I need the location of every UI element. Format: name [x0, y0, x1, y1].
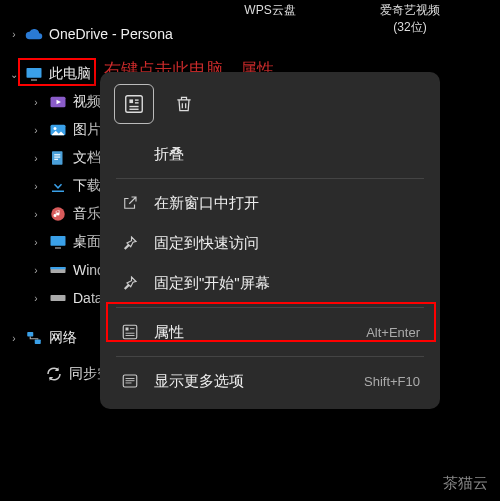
sidebar-item-label: 下载: [73, 177, 101, 195]
menu-item-properties[interactable]: 属性 Alt+Enter: [108, 312, 432, 352]
context-menu: 折叠 在新窗口中打开 固定到快速访问 固定到"开始"屏幕 属性 Alt+Ente…: [100, 72, 440, 409]
sidebar-item-label: 文档: [73, 149, 101, 167]
svg-rect-24: [129, 109, 138, 110]
svg-rect-6: [52, 151, 63, 165]
show-more-icon: [120, 371, 140, 391]
downloads-folder-icon: [49, 177, 67, 195]
chevron-right-icon[interactable]: ›: [31, 153, 41, 163]
desktop-folder-icon: [49, 233, 67, 251]
sidebar-item-label: 此电脑: [49, 65, 91, 83]
svg-rect-12: [51, 236, 66, 246]
menu-item-label: 在新窗口中打开: [154, 194, 420, 213]
chevron-right-icon[interactable]: ›: [9, 29, 19, 39]
drive-icon: [49, 289, 67, 307]
menu-item-label: 显示更多选项: [154, 372, 350, 391]
chevron-right-icon[interactable]: ›: [31, 181, 41, 191]
menu-item-pin-quick-access[interactable]: 固定到快速访问: [108, 223, 432, 263]
documents-folder-icon: [49, 149, 67, 167]
menu-item-pin-start[interactable]: 固定到"开始"屏幕: [108, 263, 432, 303]
desktop-icon-labels: WPS云盘 爱奇艺视频 (32位): [230, 2, 450, 36]
sidebar-item-label: 网络: [49, 329, 77, 347]
menu-item-collapse[interactable]: 折叠: [108, 134, 432, 174]
svg-rect-18: [35, 340, 41, 345]
blank-icon: [120, 144, 140, 164]
menu-item-open-new-window[interactable]: 在新窗口中打开: [108, 183, 432, 223]
delete-button[interactable]: [164, 84, 204, 124]
svg-rect-0: [27, 68, 42, 78]
svg-rect-7: [54, 154, 60, 155]
svg-rect-22: [135, 102, 139, 103]
chevron-right-icon[interactable]: ›: [31, 209, 41, 219]
watermark-text: 茶猫云: [443, 474, 488, 493]
chevron-right-icon[interactable]: ›: [31, 265, 41, 275]
svg-rect-16: [51, 295, 66, 301]
video-folder-icon: [49, 93, 67, 111]
menu-item-show-more[interactable]: 显示更多选项 Shift+F10: [108, 361, 432, 401]
pin-icon: [120, 273, 140, 293]
monitor-icon: [25, 65, 43, 83]
menu-item-label: 折叠: [154, 145, 420, 164]
svg-rect-31: [126, 378, 135, 379]
svg-rect-25: [123, 325, 137, 339]
menu-separator: [116, 307, 424, 308]
chevron-right-icon[interactable]: ›: [31, 293, 41, 303]
chevron-right-icon[interactable]: ›: [31, 97, 41, 107]
svg-rect-8: [54, 157, 60, 158]
pictures-folder-icon: [49, 121, 67, 139]
menu-separator: [116, 356, 424, 357]
network-icon: [25, 329, 43, 347]
music-folder-icon: [49, 205, 67, 223]
menu-item-shortcut: Alt+Enter: [366, 325, 420, 340]
properties-icon: [120, 322, 140, 342]
open-external-icon: [120, 193, 140, 213]
chevron-right-icon[interactable]: ›: [31, 237, 41, 247]
context-menu-toolbar: [108, 80, 432, 134]
svg-rect-9: [54, 159, 58, 160]
sidebar-item-onedrive[interactable]: › OneDrive - Persona: [5, 20, 205, 48]
svg-point-5: [54, 127, 57, 130]
svg-rect-13: [55, 247, 61, 249]
svg-rect-32: [126, 380, 135, 381]
svg-rect-26: [126, 328, 129, 331]
svg-rect-29: [126, 335, 135, 336]
sidebar-item-label: 桌面: [73, 233, 101, 251]
svg-rect-17: [27, 332, 33, 337]
sidebar-item-label: OneDrive - Persona: [49, 26, 173, 42]
chevron-right-icon[interactable]: ›: [31, 125, 41, 135]
menu-item-label: 固定到快速访问: [154, 234, 420, 253]
menu-item-label: 属性: [154, 323, 352, 342]
svg-rect-1: [31, 79, 37, 81]
sidebar-item-label: Data: [73, 290, 103, 306]
svg-rect-33: [126, 383, 132, 384]
svg-rect-28: [126, 333, 135, 334]
pin-icon: [120, 233, 140, 253]
wps-cloud-label[interactable]: WPS云盘: [230, 2, 310, 36]
cloud-icon: [25, 25, 43, 43]
chevron-right-icon[interactable]: ›: [9, 333, 19, 343]
iqiyi-label[interactable]: 爱奇艺视频 (32位): [370, 2, 450, 36]
svg-rect-21: [135, 99, 139, 100]
svg-rect-20: [129, 99, 133, 103]
properties-quick-button[interactable]: [114, 84, 154, 124]
menu-item-label: 固定到"开始"屏幕: [154, 274, 420, 293]
sidebar-item-label: 图片: [73, 121, 101, 139]
svg-rect-23: [129, 106, 138, 107]
menu-item-shortcut: Shift+F10: [364, 374, 420, 389]
chevron-down-icon[interactable]: ⌄: [9, 69, 19, 79]
svg-rect-10: [52, 191, 64, 193]
sync-icon: [45, 365, 63, 383]
svg-rect-15: [51, 267, 66, 269]
drive-icon: [49, 261, 67, 279]
menu-separator: [116, 178, 424, 179]
sidebar-item-label: 视频: [73, 93, 101, 111]
sidebar-item-label: 音乐: [73, 205, 101, 223]
svg-rect-27: [130, 328, 135, 329]
